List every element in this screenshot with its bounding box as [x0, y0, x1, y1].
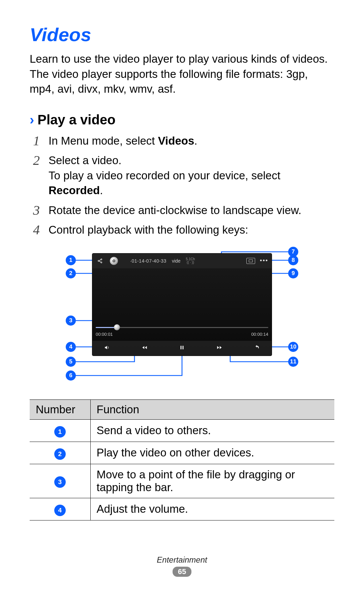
svg-point-5 — [101, 259, 102, 260]
back-icon — [250, 345, 264, 352]
svg-line-8 — [99, 261, 101, 262]
chevron-right-icon: › — [30, 112, 34, 127]
manual-page: Videos Learn to use the video player to … — [0, 0, 364, 597]
callout-badge-5: 5 — [66, 357, 76, 367]
table-header-number: Number — [30, 399, 90, 419]
share-icon — [96, 257, 104, 265]
table-header-row: Number Function — [30, 399, 334, 419]
table-row: 4 Adjust the volume. — [30, 498, 334, 520]
callout-badge-1: 1 — [66, 255, 76, 265]
callout-badge-4: 4 — [66, 342, 76, 352]
number-badge: 1 — [54, 426, 66, 438]
next-icon — [213, 345, 226, 352]
list-item: 4 Control playback with the following ke… — [32, 222, 334, 238]
callout-badge-9: 9 — [288, 268, 298, 278]
function-cell: Send a video to others. — [90, 419, 334, 442]
callout-badge-8: 8 — [288, 255, 298, 265]
allshare-icon — [110, 257, 118, 265]
function-table: Number Function 1 Send a video to others… — [30, 399, 334, 520]
step-number: 2 — [32, 153, 41, 198]
channel-5-1-icon: 5.1Ch(( · )) — [186, 258, 195, 264]
list-item: 2 Select a video. To play a video record… — [32, 153, 334, 198]
volume-icon — [100, 345, 114, 352]
page-number: 65 — [173, 567, 191, 577]
seek-knob-icon — [114, 324, 120, 330]
callout-badge-3: 3 — [66, 316, 76, 326]
seek-area: 00:00:01 00:00:14 — [96, 324, 268, 337]
seek-bar — [96, 324, 268, 330]
previous-icon — [138, 345, 151, 352]
svg-point-6 — [101, 262, 102, 263]
steps-list: 1 In Menu mode, select Videos. 2 Select … — [32, 133, 334, 238]
step-text: Rotate the device anti-clockwise to land… — [49, 203, 334, 218]
player-topbar: ·01-14-07-40-33 vide 5.1Ch(( · )) ••• — [92, 253, 272, 268]
video-label: vide — [172, 258, 181, 264]
table-header-function: Function — [90, 399, 334, 419]
player-controls — [92, 341, 272, 356]
function-cell: Move to a point of the file by dragging … — [90, 464, 334, 498]
table-row: 2 Play the video on other devices. — [30, 442, 334, 464]
svg-rect-9 — [181, 346, 182, 350]
footer-category: Entertainment — [0, 555, 364, 565]
intro-text: Learn to use the video player to play va… — [30, 52, 334, 97]
number-badge: 4 — [54, 505, 66, 516]
time-total: 00:00:14 — [251, 332, 268, 337]
svg-point-4 — [98, 260, 99, 261]
subsection-title: Play a video — [37, 112, 115, 127]
callout-badge-6: 6 — [66, 370, 76, 381]
step-number: 3 — [32, 203, 41, 218]
table-row: 3 Move to a point of the file by draggin… — [30, 464, 334, 498]
section-heading: Videos — [30, 24, 334, 46]
page-footer: Entertainment 65 — [0, 555, 364, 577]
function-cell: Adjust the volume. — [90, 498, 334, 520]
step-number: 4 — [32, 222, 41, 238]
step-text: In Menu mode, select Videos. — [49, 133, 334, 149]
callout-badge-10: 10 — [288, 342, 298, 352]
callout-badge-2: 2 — [66, 268, 76, 278]
list-item: 1 In Menu mode, select Videos. — [32, 133, 334, 149]
number-badge: 2 — [54, 448, 66, 460]
step-text: Control playback with the following keys… — [49, 222, 334, 238]
svg-line-7 — [99, 260, 101, 261]
function-cell: Play the video on other devices. — [90, 442, 334, 464]
more-icon: ••• — [260, 257, 268, 264]
video-filename: ·01-14-07-40-33 — [130, 258, 166, 264]
number-badge: 3 — [54, 476, 66, 488]
svg-rect-10 — [183, 346, 184, 350]
subsection-heading: › Play a video — [30, 112, 334, 127]
time-current: 00:00:01 — [96, 332, 113, 337]
table-row: 1 Send a video to others. — [30, 419, 334, 442]
video-player-screenshot: ·01-14-07-40-33 vide 5.1Ch(( · )) ••• 00… — [92, 253, 272, 356]
step-number: 1 — [32, 133, 41, 149]
callout-badge-11: 11 — [288, 357, 298, 367]
step-text: Select a video. To play a video recorded… — [49, 153, 334, 198]
aspect-ratio-icon — [246, 258, 255, 264]
pause-icon — [175, 345, 189, 352]
player-diagram: ·01-14-07-40-33 vide 5.1Ch(( · )) ••• 00… — [52, 246, 312, 387]
list-item: 3 Rotate the device anti-clockwise to la… — [32, 203, 334, 218]
